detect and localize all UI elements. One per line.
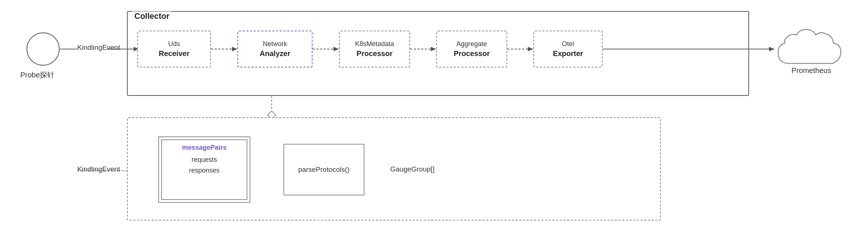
message-pairs-requests: requests	[191, 155, 217, 165]
kindling-event-upper-label: KindlingEvent	[77, 44, 120, 52]
parse-protocols-label: parseProtocols()	[298, 166, 349, 174]
aggregate-processor-top: Aggregate	[456, 40, 487, 48]
kindling-event-lower-label: KindlingEvent	[77, 165, 120, 173]
network-analyzer-bottom: Analyzer	[260, 49, 290, 58]
gauge-group-label: GaugeGroup[]	[390, 165, 434, 173]
parse-protocols-box: parseProtocols()	[283, 144, 364, 195]
uds-receiver-top: Uds	[168, 40, 180, 48]
network-analyzer-top: Network	[263, 40, 287, 48]
aggregate-processor-box: Aggregate Processor	[436, 31, 507, 67]
network-analyzer-box: Network Analyzer	[237, 31, 313, 67]
k8s-processor-top: K8sMetadata	[355, 40, 394, 48]
message-pairs-title: messagePairs	[182, 144, 226, 152]
aggregate-processor-bottom: Processor	[454, 49, 490, 58]
message-pairs-inner-box: messagePairs requests responses	[161, 139, 247, 200]
probe-label: Probe探针	[20, 70, 54, 80]
otel-exporter-box: Otel Exporter	[533, 31, 603, 67]
message-pairs-responses: responses	[189, 165, 219, 176]
otel-exporter-top: Otel	[562, 40, 574, 48]
svg-marker-12	[769, 47, 775, 51]
k8s-processor-box: K8sMetadata Processor	[339, 31, 410, 67]
otel-exporter-bottom: Exporter	[553, 49, 583, 58]
diagram-container: Probe探针 KindlingEvent Collector Uds Rece…	[0, 0, 868, 236]
probe-circle	[27, 32, 60, 66]
prometheus-label: Prometheus	[786, 66, 837, 75]
uds-receiver-bottom: Receiver	[159, 49, 189, 58]
collector-label: Collector	[132, 11, 172, 21]
k8s-processor-bottom: Processor	[357, 49, 393, 58]
uds-receiver-box: Uds Receiver	[137, 31, 211, 67]
